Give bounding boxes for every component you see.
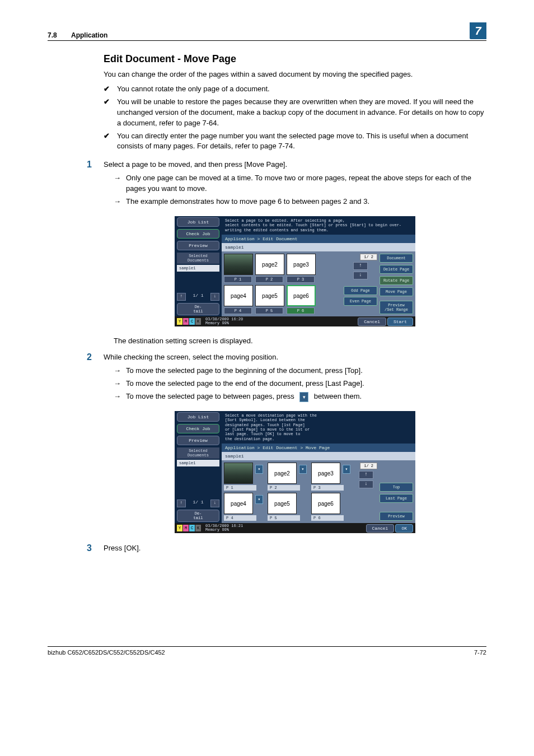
section-number: 7.8 [48,31,57,39]
up-arrow-icon[interactable]: ↑ [177,293,186,301]
step-number: 2 [87,352,104,404]
device-screenshot-move-page: Job List Check Job Preview Selected Docu… [175,411,415,533]
arrow-icon: → [114,197,126,207]
document-button[interactable]: Document [380,254,413,263]
left-page-count: 1/ 1 [186,500,210,506]
last-page-button[interactable]: Last Page [380,494,413,503]
bullet-text: You will be unable to restore the pages … [117,97,486,129]
instruction-text: Select a move destination page with the … [222,411,415,444]
start-button[interactable]: Start [387,318,413,326]
delete-page-button[interactable]: Delete Page [380,265,413,274]
sub-text: To move the selected page to between pag… [126,391,486,402]
toner-levels: YMCK [177,525,201,531]
up-arrow-icon[interactable]: ↑ [177,500,186,507]
scroll-up-button[interactable]: ↑ [353,262,368,270]
step-number: 3 [87,543,104,557]
section-title: Application [71,31,107,39]
selected-document-name: sample1 [177,265,219,272]
detail-button[interactable]: De- tail [177,510,219,522]
page-thumbnail[interactable]: P 1 [224,254,252,283]
memory-label: Memory 99% [205,528,243,532]
page-thumbnail[interactable]: page5P 5 [255,285,283,314]
chapter-badge: 7 [470,22,486,39]
page-thumbnail[interactable]: page4P 4 [224,285,252,314]
insert-marker-icon[interactable]: ▾ [299,465,307,474]
down-arrow-icon[interactable]: ↓ [210,293,219,301]
page-title: Edit Document - Move Page [104,53,486,65]
document-name: sample1 [222,452,415,460]
even-page-button[interactable]: Even Page [344,297,377,306]
page-thumbnail[interactable]: page3▾P 3 [311,463,352,491]
breadcrumb: Application > Edit Document [222,235,415,243]
bullet-text: You can directly enter the page number y… [117,131,486,152]
arrow-icon: → [114,173,126,194]
detail-button[interactable]: De- tail [177,303,219,315]
preview-set-range-button[interactable]: Preview /Set Range [380,301,413,314]
check-icon: ✔ [104,131,117,152]
odd-page-button[interactable]: Odd Page [344,286,377,295]
step-text: Select a page to be moved, and then pres… [104,160,486,170]
scroll-down-button[interactable]: ↓ [359,480,373,488]
arrow-icon: → [114,391,126,402]
sub-text: To move the selected page to the end of … [126,379,486,389]
bullet-text: You cannot rotate the only page of a doc… [117,84,486,95]
insert-marker-icon[interactable]: ▾ [343,465,350,474]
insert-marker-icon: ▾ [299,392,308,402]
page-thumbnail[interactable]: page4▾P 4 [224,493,264,521]
page-indicator: 1/ 2 [360,463,377,469]
arrow-icon: → [114,379,126,389]
check-icon: ✔ [104,97,117,129]
preview-button[interactable]: Preview [177,436,219,445]
page-thumbnail[interactable]: page5P 5 [268,493,308,521]
cancel-button[interactable]: Cancel [366,524,395,533]
page-thumbnail[interactable]: page3P 3 [287,254,315,283]
page-thumbnail[interactable]: page6P 6 [311,493,352,521]
footer-page-number: 7-72 [474,649,486,656]
device-screenshot-edit-document: Job List Check Job Preview Selected Docu… [175,216,415,326]
insert-marker-icon[interactable]: ▾ [255,465,263,474]
ok-button[interactable]: OK [395,524,413,533]
check-job-button[interactable]: Check Job [177,229,219,239]
step-text: Press [OK]. [104,543,486,553]
preview-button[interactable]: Preview [380,512,413,521]
step-text: While checking the screen, select the mo… [104,352,486,362]
preview-button[interactable]: Preview [177,241,219,250]
scroll-down-button[interactable]: ↓ [353,272,368,279]
step-number: 1 [87,160,104,209]
page-indicator: 1/ 2 [360,254,377,260]
selected-documents-label: Selected Documents [177,253,219,264]
breadcrumb: Application > Edit Document > Move Page [222,444,415,452]
document-name: sample1 [222,243,415,251]
selected-document-name: sample1 [177,460,219,466]
left-pager[interactable]: ↑ 1/ 1 ↓ [177,293,219,301]
memory-label: Memory 99% [205,321,243,325]
result-text: The destination setting screen is displa… [114,337,486,345]
intro-text: You can change the order of the pages wi… [104,69,486,80]
sub-text: Only one page can be moved at a time. To… [126,173,486,194]
page-thumbnail[interactable]: ▾P 1 [224,463,264,491]
footer-model: bizhub C652/C652DS/C552/C552DS/C452 [48,649,165,656]
check-icon: ✔ [104,84,117,95]
down-arrow-icon[interactable]: ↓ [210,500,219,507]
job-list-button[interactable]: Job List [177,217,219,227]
move-page-button[interactable]: Move Page [380,287,413,296]
sub-text: To move the selected page to the beginni… [126,366,486,376]
page-thumbnail[interactable]: page2P 2 [255,254,283,283]
arrow-icon: → [114,366,126,376]
job-list-button[interactable]: Job List [177,412,219,422]
left-pager[interactable]: ↑ 1/ 1 ↓ [177,500,219,507]
page-thumbnail[interactable]: page6P 6 [287,285,315,314]
instruction-text: Select a page to be edited. After select… [222,216,415,235]
sub-text: The example demonstrates how to move pag… [126,197,486,207]
toner-levels: YMCK [177,318,201,325]
page-header: 7.8 Application [48,31,107,39]
scroll-up-button[interactable]: ↑ [359,471,373,479]
left-page-count: 1/ 1 [186,293,210,300]
check-job-button[interactable]: Check Job [177,424,219,433]
page-thumbnail[interactable]: page2▾P 2 [268,463,308,491]
insert-marker-icon[interactable]: ▾ [255,495,263,504]
rotate-page-button[interactable]: Rotate Page [380,276,413,285]
selected-documents-label: Selected Documents [177,447,219,459]
cancel-button[interactable]: Cancel [358,318,386,326]
top-button[interactable]: Top [380,483,413,492]
